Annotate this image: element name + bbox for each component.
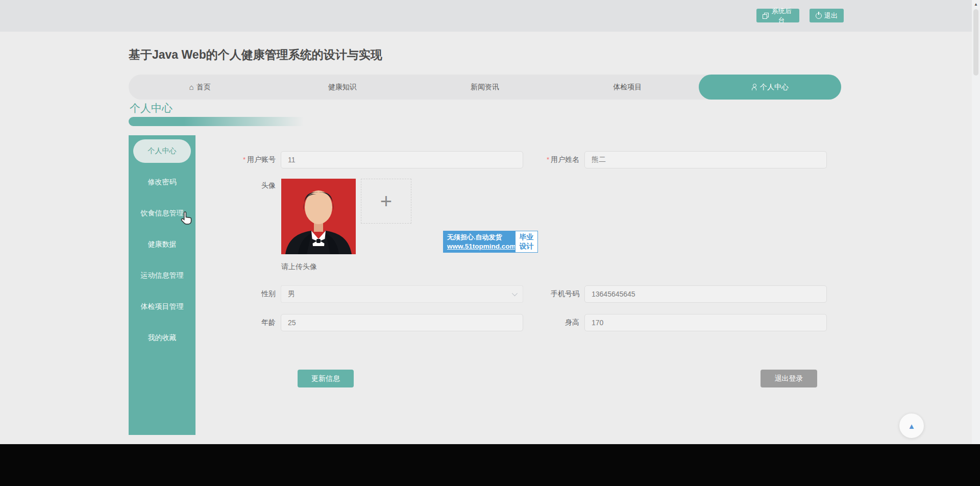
tab-health-knowledge-label: 健康知识 bbox=[328, 83, 357, 92]
home-icon: ⌂ bbox=[189, 83, 194, 91]
tab-news[interactable]: 新闻资讯 bbox=[413, 75, 556, 100]
avatar-label: 头像 bbox=[235, 181, 276, 190]
sidebar-item-exam-management[interactable]: 体检项目管理 bbox=[129, 291, 195, 322]
footer-bar bbox=[0, 444, 980, 486]
watermark-line1: 无须担心.自动发货 bbox=[447, 233, 511, 242]
tab-personal-center-label: 个人中心 bbox=[760, 83, 789, 92]
main-nav: ⌂ 首页 健康知识 新闻资讯 体检项目 个人中心 bbox=[129, 75, 841, 100]
sidebar: 个人中心 修改密码 饮食信息管理 健康数据 运动信息管理 体检项目管理 我的收藏 bbox=[129, 135, 195, 435]
gender-label: 性别 bbox=[235, 289, 276, 299]
scrollbar-thumb[interactable] bbox=[973, 9, 978, 76]
watermark-badge-line2: 设计 bbox=[520, 242, 534, 251]
watermark-badge-line1: 毕业 bbox=[520, 233, 534, 242]
avatar-upload-button[interactable]: + bbox=[361, 179, 411, 224]
gender-select[interactable]: 男 bbox=[281, 285, 523, 303]
tab-home[interactable]: ⌂ 首页 bbox=[129, 75, 271, 100]
field-gender: 性别 男 bbox=[235, 285, 523, 303]
field-phone: 手机号码 bbox=[533, 285, 827, 303]
age-input[interactable] bbox=[281, 314, 523, 331]
sidebar-item-sport-management[interactable]: 运动信息管理 bbox=[129, 260, 195, 291]
scrollbar-up-arrow-icon[interactable]: ▲ bbox=[972, 2, 980, 7]
backend-button-label: 系统后台 bbox=[770, 7, 793, 25]
section-title: 个人中心 bbox=[130, 101, 173, 115]
chevron-down-icon bbox=[512, 290, 518, 296]
sidebar-item-diet-management[interactable]: 饮食信息管理 bbox=[129, 198, 195, 229]
sidebar-item-personal-center[interactable]: 个人中心 bbox=[133, 139, 191, 163]
tab-health-knowledge[interactable]: 健康知识 bbox=[271, 75, 413, 100]
tab-personal-center[interactable]: 个人中心 bbox=[699, 75, 841, 100]
watermark-badge: 毕业 设计 bbox=[515, 231, 538, 253]
tab-home-label: 首页 bbox=[197, 83, 211, 92]
tab-physical-exam[interactable]: 体检项目 bbox=[556, 75, 699, 100]
logout-account-button[interactable]: 退出登录 bbox=[761, 370, 817, 387]
field-account: *用户账号 bbox=[235, 151, 523, 168]
section-underline bbox=[129, 117, 328, 126]
vertical-scrollbar[interactable]: ▲ bbox=[972, 0, 980, 444]
name-input[interactable] bbox=[584, 151, 827, 168]
page-title: 基于Java Web的个人健康管理系统的设计与实现 bbox=[129, 47, 382, 63]
windows-icon bbox=[763, 13, 768, 18]
age-label: 年龄 bbox=[235, 318, 276, 327]
sidebar-item-favorites[interactable]: 我的收藏 bbox=[129, 322, 195, 353]
name-label: *用户姓名 bbox=[533, 155, 579, 164]
height-label: 身高 bbox=[533, 318, 579, 327]
field-height: 身高 bbox=[533, 314, 827, 331]
sidebar-item-change-password[interactable]: 修改密码 bbox=[129, 166, 195, 198]
phone-input[interactable] bbox=[584, 285, 827, 303]
avatar-portrait bbox=[281, 179, 356, 254]
field-age: 年龄 bbox=[235, 314, 523, 331]
logout-button-label: 退出 bbox=[824, 11, 838, 20]
watermark-text-block: 无须担心.自动发货 www.51topmind.com bbox=[443, 231, 515, 253]
sidebar-item-health-data[interactable]: 健康数据 bbox=[129, 229, 195, 260]
tab-physical-exam-label: 体检项目 bbox=[613, 83, 642, 92]
gender-selected-value: 男 bbox=[288, 289, 295, 299]
arrow-up-icon: ▲ bbox=[908, 422, 916, 430]
account-label: *用户账号 bbox=[235, 155, 276, 164]
required-marker: * bbox=[547, 156, 549, 163]
watermark-ad: 无须担心.自动发货 www.51topmind.com 毕业 设计 bbox=[443, 231, 538, 253]
user-icon bbox=[751, 84, 757, 90]
watermark-url: www.51topmind.com bbox=[447, 242, 511, 250]
back-to-top-button[interactable]: ▲ bbox=[899, 414, 924, 438]
update-info-button[interactable]: 更新信息 bbox=[298, 370, 354, 387]
plus-icon: + bbox=[380, 191, 392, 211]
field-name: *用户姓名 bbox=[533, 151, 827, 168]
avatar-image[interactable] bbox=[281, 179, 356, 254]
account-input[interactable] bbox=[281, 151, 523, 168]
height-input[interactable] bbox=[584, 314, 827, 331]
backend-button[interactable]: 系统后台 bbox=[756, 9, 799, 22]
power-icon bbox=[816, 13, 822, 19]
avatar-upload-hint: 请上传头像 bbox=[281, 262, 317, 272]
logout-button[interactable]: 退出 bbox=[810, 9, 844, 22]
required-marker: * bbox=[243, 156, 246, 163]
app-window: 系统后台 退出 基于Java Web的个人健康管理系统的设计与实现 ⌂ 首页 健… bbox=[0, 0, 980, 486]
topbar: 系统后台 退出 bbox=[0, 0, 972, 32]
tab-news-label: 新闻资讯 bbox=[471, 83, 499, 92]
phone-label: 手机号码 bbox=[533, 289, 579, 299]
